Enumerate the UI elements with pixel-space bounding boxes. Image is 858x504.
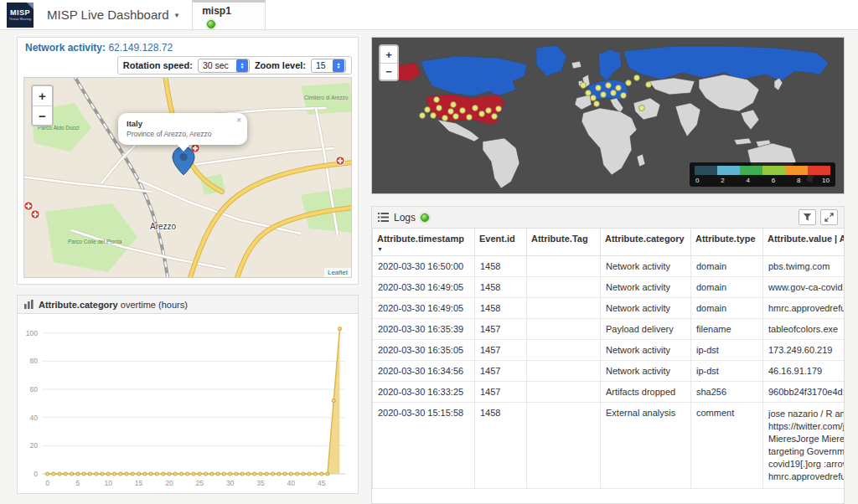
filter-icon — [803, 213, 812, 222]
svg-text:35: 35 — [256, 479, 265, 487]
tab-misp1[interactable]: misp1 — [192, 0, 266, 29]
svg-text:30: 30 — [226, 479, 235, 487]
svg-text:15: 15 — [135, 479, 143, 487]
chart-title: Attribute.category overtime (hours) — [39, 300, 188, 310]
rotation-speed-label: Rotation speed: — [123, 60, 193, 70]
world-zoom-control: + − — [379, 44, 399, 81]
category-overtime-chart: 020406080100051015202530354045 — [18, 316, 357, 489]
svg-text:0: 0 — [45, 479, 49, 487]
zoom-in-button[interactable]: + — [33, 86, 52, 105]
log-row[interactable]: 2020-03-30 16:33:251457Artifacts dropped… — [373, 382, 845, 403]
expand-button[interactable] — [820, 209, 838, 225]
zoom-level-input[interactable]: 15 ▲▼ — [311, 59, 346, 73]
park-label-2: Parco Colle del Pionta — [68, 239, 122, 244]
logo-text: MISP — [7, 8, 34, 17]
rotation-speed-value: 30 sec — [203, 60, 233, 70]
hospital-marker-icon — [336, 157, 344, 165]
tab-label: misp1 — [202, 5, 265, 17]
rotation-speed-select[interactable]: 30 sec ▲▼ — [198, 59, 250, 73]
column-header[interactable]: Attribute.type — [691, 229, 763, 256]
category-chart-header: Attribute.category overtime (hours) — [18, 296, 358, 314]
network-activity-label: Network activity: — [25, 42, 106, 54]
status-led-icon — [207, 20, 215, 28]
zoom-level-value: 15 — [316, 60, 329, 70]
svg-text:60: 60 — [30, 385, 39, 393]
logs-table-header-row: Attribute.timestamp▼Event.idAttribute.Ta… — [373, 229, 845, 256]
list-icon — [378, 213, 389, 222]
logs-table: Attribute.timestamp▼Event.idAttribute.Ta… — [372, 229, 845, 489]
zoom-in-button[interactable]: + — [380, 46, 397, 63]
network-activity-panel: Network activity: 62.149.128.72 Rotation… — [17, 37, 359, 285]
column-header[interactable]: Attribute.timestamp▼ — [373, 229, 475, 256]
logs-table-body: 2020-03-30 16:50:001458Network activityd… — [373, 256, 845, 489]
top-bar: MISP Threat Sharing MISP Live Dashboard … — [0, 0, 858, 30]
map-popup: Italy Province of Arezzo, Arezzo × — [118, 113, 247, 145]
sort-caret-icon: ▼ — [377, 246, 470, 252]
svg-text:40: 40 — [287, 479, 296, 487]
map-zoom-control: + − — [31, 85, 54, 126]
log-row[interactable]: 2020-03-30 16:35:051457Network activityi… — [373, 340, 845, 361]
legend-gradient — [695, 166, 830, 175]
misp-logo[interactable]: MISP Threat Sharing — [7, 3, 34, 28]
bar-chart-icon — [24, 300, 34, 309]
page-title: MISP Live Dashboard — [47, 8, 169, 22]
world-map-panel[interactable]: + − 0246810 — [371, 37, 845, 194]
popup-title: Italy — [127, 119, 239, 128]
log-row[interactable]: 2020-03-30 16:35:391457Payload deliveryf… — [373, 319, 845, 340]
log-row[interactable]: 2020-03-30 15:15:581458External analysis… — [373, 403, 845, 489]
logo-subtext: Threat Sharing — [7, 17, 34, 21]
expand-icon — [824, 213, 834, 222]
svg-text:20: 20 — [30, 441, 39, 450]
logs-status-led-icon — [421, 213, 429, 222]
svg-text:80: 80 — [30, 357, 39, 365]
city-label: Arezzo — [150, 222, 177, 231]
svg-text:5: 5 — [76, 479, 80, 487]
zoom-out-button[interactable]: − — [33, 105, 52, 125]
svg-text:20: 20 — [165, 479, 173, 487]
log-row[interactable]: 2020-03-30 16:49:051458Network activityd… — [373, 277, 845, 298]
filter-button[interactable] — [799, 209, 816, 225]
popup-pointer — [177, 144, 190, 152]
log-row[interactable]: 2020-03-30 16:49:051458Network activityd… — [373, 298, 845, 319]
logs-title: Logs — [394, 212, 416, 224]
map-controls: Rotation speed: 30 sec ▲▼ Zoom level: 15… — [117, 56, 352, 75]
hospital-marker-icon — [24, 202, 33, 210]
svg-text:25: 25 — [196, 479, 204, 487]
select-stepper-icon: ▲▼ — [236, 59, 248, 72]
street-map[interactable]: Parco Aldo Ducci Parco Colle del Pionta … — [23, 77, 352, 278]
category-chart-panel: Attribute.category overtime (hours) 0204… — [17, 295, 359, 494]
leaflet-attribution[interactable]: Leaflet — [324, 268, 351, 277]
zoom-level-label: Zoom level: — [255, 60, 306, 70]
svg-text:10: 10 — [104, 479, 112, 487]
street-map-tiles: Parco Aldo Ducci Parco Colle del Pionta … — [24, 78, 352, 278]
svg-text:40: 40 — [30, 414, 39, 422]
logs-header: Logs — [372, 207, 844, 229]
popup-subtitle: Province of Arezzo, Arezzo — [127, 130, 239, 138]
column-header[interactable]: Attribute.Tag — [527, 229, 601, 256]
svg-text:45: 45 — [318, 479, 326, 487]
legend-ticks: 0246810 — [695, 177, 830, 184]
log-row[interactable]: 2020-03-30 16:50:001458Network activityd… — [373, 256, 845, 277]
dashboard-title-menu[interactable]: MISP Live Dashboard ▾ — [47, 0, 192, 29]
column-header[interactable]: Attribute.category — [601, 229, 691, 256]
svg-text:0: 0 — [34, 470, 38, 478]
svg-text:100: 100 — [26, 329, 38, 337]
column-header[interactable]: Attribute.value | Att — [763, 229, 845, 256]
logs-panel: Logs Attribute.timestamp▼ — [371, 206, 845, 504]
chevron-down-icon: ▾ — [175, 11, 179, 19]
input-stepper-icon: ▲▼ — [333, 59, 344, 72]
popup-close-icon[interactable]: × — [236, 116, 241, 125]
cemetery-label: Cimitero di Arezzo — [304, 95, 349, 100]
map-color-legend: 0246810 — [690, 162, 835, 187]
hospital-marker-icon — [31, 210, 39, 219]
log-row[interactable]: 2020-03-30 16:34:561457Network activityi… — [373, 361, 845, 382]
column-header[interactable]: Event.id — [475, 229, 527, 256]
network-activity-ip: 62.149.128.72 — [108, 42, 173, 54]
network-activity-title: Network activity: 62.149.128.72 — [25, 42, 352, 54]
zoom-out-button[interactable]: − — [380, 63, 397, 80]
